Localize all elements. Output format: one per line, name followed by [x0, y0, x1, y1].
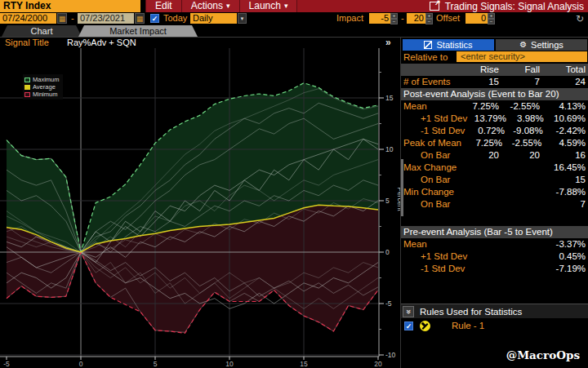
- view-tabs: Chart Market Impact: [0, 25, 588, 38]
- step-up-icon[interactable]: +: [425, 13, 433, 19]
- panel-expand-icon[interactable]: »: [385, 38, 391, 48]
- stats-row: On Bar202016: [401, 149, 588, 162]
- rule-label[interactable]: Rule - 1: [452, 321, 484, 330]
- stats-row: Max Change16.45%: [401, 162, 588, 174]
- tab-settings[interactable]: ⚙ Settings: [496, 39, 587, 51]
- step-down-icon[interactable]: −: [425, 19, 433, 24]
- stat-value: [457, 174, 499, 186]
- stats-section-header: Post-event Analysis (Event to Bar 20): [401, 88, 588, 100]
- security-ticker-field[interactable]: RTY Index: [0, 0, 140, 12]
- frequency-select[interactable]: Daily: [190, 13, 237, 24]
- stat-value: 15: [457, 76, 499, 88]
- stat-value: [506, 251, 544, 263]
- launch-menu-button[interactable]: Launch ▾: [240, 0, 298, 12]
- rules-section: » Rules Used for Statistics ✓ Rule - 1: [401, 304, 588, 333]
- edit-button[interactable]: Edit: [145, 0, 182, 12]
- tab-chart[interactable]: Chart: [2, 25, 82, 37]
- legend-label: Minimum: [33, 91, 57, 98]
- stat-label: Mean: [401, 100, 457, 113]
- x-tick-label: 10: [225, 360, 234, 368]
- signal-row: Signal Title Ray%Adv + SQN: [0, 38, 400, 48]
- stat-value: -7.88%: [540, 186, 588, 198]
- legend-swatch: [24, 78, 30, 82]
- tab-market-impact[interactable]: Market Impact: [78, 25, 198, 37]
- panel-scrollbar[interactable]: [401, 159, 403, 216]
- stat-value: 20: [457, 149, 499, 162]
- stat-value: 4.59%: [541, 137, 588, 149]
- x-tick-label: 0: [79, 360, 83, 368]
- refresh-icon[interactable]: ↻: [576, 12, 584, 25]
- export-icon[interactable]: ↗: [430, 2, 439, 11]
- legend-item: Minimum: [24, 91, 60, 98]
- stats-row: # of Events15724: [401, 76, 588, 88]
- stat-label: -1 Std Dev: [401, 263, 465, 275]
- offset-stepper[interactable]: + −: [488, 13, 495, 24]
- stat-value: 16.45%: [540, 162, 588, 174]
- stats-row: Mean-3.37%: [401, 238, 588, 251]
- tab-statistics-label: Statistics: [436, 39, 472, 51]
- rules-header: » Rules Used for Statistics: [401, 304, 588, 318]
- relative-to-label: Relative to: [403, 51, 448, 63]
- today-label: Today: [163, 13, 187, 24]
- stat-value: 10.69%: [544, 113, 588, 125]
- edit-button-label: Edit: [155, 0, 172, 12]
- stat-value: 7: [499, 76, 540, 88]
- menu-strip: Edit Actions ▾ Launch ▾ ↗ Trading Signal…: [145, 0, 588, 12]
- stat-value: [457, 162, 499, 174]
- stat-value: 4.13%: [540, 100, 588, 113]
- caret-down-icon: ▾: [284, 0, 288, 12]
- collapse-chevrons-icon[interactable]: »: [403, 306, 414, 317]
- statistics-panel: Statistics ⚙ Settings Relative to <enter…: [400, 38, 588, 368]
- frequency-dropdown-icon[interactable]: ▼: [238, 13, 247, 24]
- tab-settings-label: Settings: [531, 39, 564, 51]
- today-checkbox[interactable]: ✓: [150, 14, 159, 23]
- stat-value: [499, 174, 540, 186]
- toolbar: 07/24/2000 ▦ - 07/23/2021 ▦ ✓ Today Dail…: [0, 12, 588, 25]
- relative-security-input[interactable]: <enter security>: [457, 51, 587, 62]
- stat-label: On Bar: [401, 149, 457, 162]
- stat-value: [467, 251, 506, 263]
- impact-range-separator: -: [401, 13, 404, 24]
- step-down-icon[interactable]: −: [488, 19, 495, 24]
- stat-value: -9.08%: [505, 125, 543, 137]
- stats-row: -1 Std Dev-7.19%: [401, 263, 588, 275]
- impact-from-field[interactable]: -5: [369, 13, 390, 24]
- statistics-table: Rise Fall Total # of Events15724Post-eve…: [401, 64, 588, 275]
- actions-button-label: Actions: [191, 0, 223, 12]
- offset-label: Offset: [436, 13, 460, 24]
- stats-row: On Bar15: [401, 174, 588, 186]
- x-tick-label: 15: [300, 360, 308, 368]
- step-down-icon[interactable]: −: [390, 19, 398, 24]
- step-up-icon[interactable]: +: [390, 13, 398, 19]
- legend-label: Maximum: [33, 76, 60, 83]
- date-range-separator: -: [71, 13, 74, 24]
- stats-row: Mean7.25%-2.55%4.13%: [401, 100, 588, 113]
- app-title: Trading Signals: Signal Analysis: [445, 1, 584, 12]
- rule-checkbox[interactable]: ✓: [404, 321, 413, 330]
- stat-value: 0.45%: [544, 251, 588, 263]
- y-tick-label: -5: [385, 299, 392, 308]
- stat-label: +1 Std Dev: [401, 251, 467, 263]
- launch-button-label: Launch: [249, 0, 281, 12]
- x-tick-label: 20: [374, 360, 382, 368]
- calendar-icon[interactable]: ▦: [135, 13, 145, 24]
- impact-to-stepper[interactable]: + −: [425, 13, 433, 24]
- tab-statistics[interactable]: Statistics: [403, 39, 494, 51]
- x-tick-label: 5: [154, 360, 158, 368]
- calendar-icon[interactable]: ▦: [57, 13, 67, 24]
- impact-to-field[interactable]: 20: [407, 13, 425, 24]
- date-from-field[interactable]: 07/24/2000: [0, 13, 56, 24]
- stat-value: 3.98%: [506, 113, 544, 125]
- impact-from-stepper[interactable]: + −: [390, 13, 398, 24]
- watermark: @MacroOps: [506, 348, 580, 361]
- chart-area[interactable]: MaximumAverageMinimum -10-5051015Percent…: [0, 48, 400, 368]
- stat-value: 7: [540, 198, 588, 211]
- offset-field[interactable]: 0: [466, 13, 488, 24]
- step-up-icon[interactable]: +: [488, 13, 495, 19]
- date-to-field[interactable]: 07/23/2021: [78, 13, 134, 24]
- stat-value: [499, 198, 540, 211]
- stat-value: 24: [540, 76, 588, 88]
- actions-menu-button[interactable]: Actions ▾: [182, 0, 240, 12]
- stat-value: [465, 263, 505, 275]
- x-tick-label: -5: [3, 360, 10, 368]
